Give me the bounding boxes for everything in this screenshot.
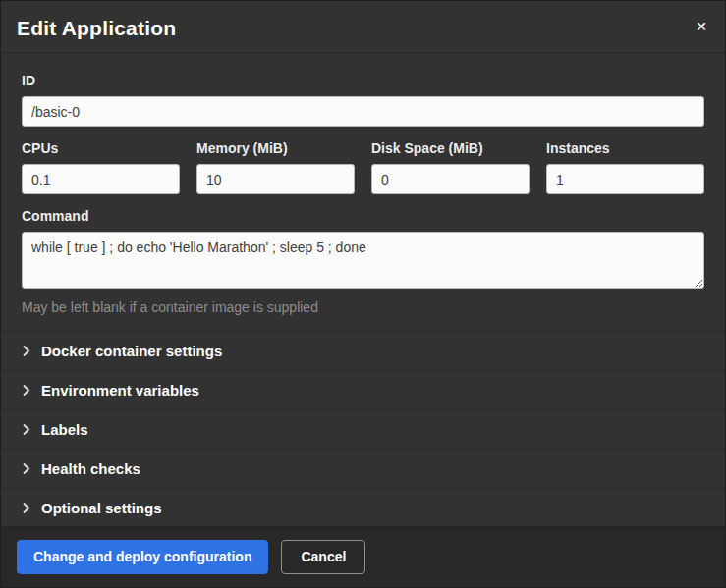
section-label: Optional settings — [41, 500, 162, 516]
cancel-button[interactable]: Cancel — [281, 540, 365, 574]
id-input[interactable] — [22, 96, 704, 127]
chevron-right-icon — [22, 462, 30, 475]
command-textarea[interactable]: while [ true ] ; do echo 'Hello Marathon… — [22, 232, 704, 289]
command-help-text: May be left blank if a container image i… — [22, 299, 704, 315]
id-label: ID — [22, 73, 704, 88]
memory-field: Memory (MiB) — [196, 127, 355, 194]
section-label: Health checks — [41, 460, 140, 477]
section-label: Labels — [41, 421, 88, 438]
submit-button[interactable]: Change and deploy configuration — [17, 540, 268, 574]
chevron-right-icon — [22, 502, 30, 514]
section-environment-variables[interactable]: Environment variables — [1, 370, 725, 409]
resources-row: CPUs Memory (MiB) Disk Space (MiB) Insta… — [22, 127, 704, 194]
disk-input[interactable] — [371, 164, 530, 194]
modal-body: ID CPUs Memory (MiB) Disk Space (MiB) In… — [1, 53, 725, 526]
section-label: Environment variables — [41, 382, 199, 399]
section-labels[interactable]: Labels — [1, 409, 725, 449]
modal-footer: Change and deploy configuration Cancel — [1, 526, 725, 587]
instances-input[interactable] — [546, 164, 704, 194]
edit-application-modal: Edit Application ✕ ID CPUs Memory (MiB) … — [0, 0, 726, 588]
section-docker-container-settings[interactable]: Docker container settings — [1, 331, 725, 370]
cpus-label: CPUs — [22, 140, 180, 156]
disk-field: Disk Space (MiB) — [371, 127, 530, 194]
memory-label: Memory (MiB) — [196, 140, 355, 156]
chevron-right-icon — [22, 384, 30, 397]
close-icon: ✕ — [696, 19, 707, 34]
chevron-right-icon — [22, 423, 30, 436]
command-label: Command — [22, 208, 704, 224]
cpus-field: CPUs — [22, 127, 180, 194]
modal-title: Edit Application — [17, 17, 707, 40]
memory-input[interactable] — [196, 164, 355, 194]
section-optional-settings[interactable]: Optional settings — [1, 488, 725, 526]
collapsible-sections: Docker container settings Environment va… — [1, 331, 725, 526]
disk-label: Disk Space (MiB) — [371, 140, 530, 156]
chevron-right-icon — [22, 345, 30, 357]
close-button[interactable]: ✕ — [692, 16, 711, 37]
section-label: Docker container settings — [41, 343, 222, 359]
instances-field: Instances — [546, 127, 704, 194]
section-health-checks[interactable]: Health checks — [1, 449, 725, 488]
instances-label: Instances — [546, 140, 704, 156]
modal-header: Edit Application ✕ — [1, 1, 725, 53]
cpus-input[interactable] — [22, 164, 180, 194]
